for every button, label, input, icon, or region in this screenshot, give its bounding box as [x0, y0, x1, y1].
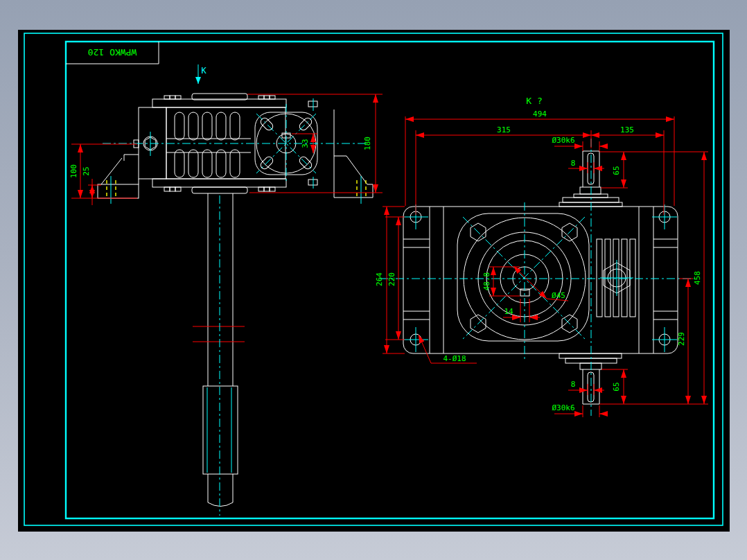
dim-458: 458 — [693, 271, 702, 285]
dim-494: 494 — [533, 110, 547, 119]
cad-canvas[interactable]: WPWKO 120 K — [0, 0, 747, 560]
dim-foot-holes: 4-Ø18 — [443, 354, 466, 363]
dim-25: 25 — [82, 166, 91, 175]
dim-bore-dia: Ø45 — [552, 291, 565, 300]
dim-264: 264 — [375, 272, 384, 286]
view-k-label: K — [201, 66, 206, 76]
dim-top-shaft-len: 65 — [612, 166, 621, 175]
drawing-title: WPWKO 120 — [88, 47, 137, 58]
dim-key-depth: 48.8 — [482, 272, 491, 291]
dim-bottom-shaft-len: 65 — [612, 382, 621, 391]
dim-180: 180 — [363, 137, 372, 150]
dim-315: 315 — [497, 125, 511, 134]
dim-220: 220 — [387, 272, 396, 286]
dim-33: 33 — [301, 139, 310, 148]
dim-229: 229 — [677, 332, 686, 346]
dim-bottom-shaft-dia: Ø30k6 — [552, 403, 574, 412]
dim-top-key-width: 8 — [571, 159, 576, 168]
dim-135: 135 — [620, 125, 634, 134]
dim-top-shaft-dia: Ø30k6 — [552, 136, 574, 145]
drawing-frame — [18, 30, 730, 532]
dim-bottom-key-width: 8 — [571, 380, 576, 389]
dim-key-width: 14 — [504, 307, 513, 316]
view-k-direction-label: K ? — [526, 96, 542, 106]
sheet-background — [18, 30, 730, 532]
cad-viewport: WPWKO 120 K — [0, 0, 747, 560]
dim-100: 100 — [69, 164, 78, 178]
